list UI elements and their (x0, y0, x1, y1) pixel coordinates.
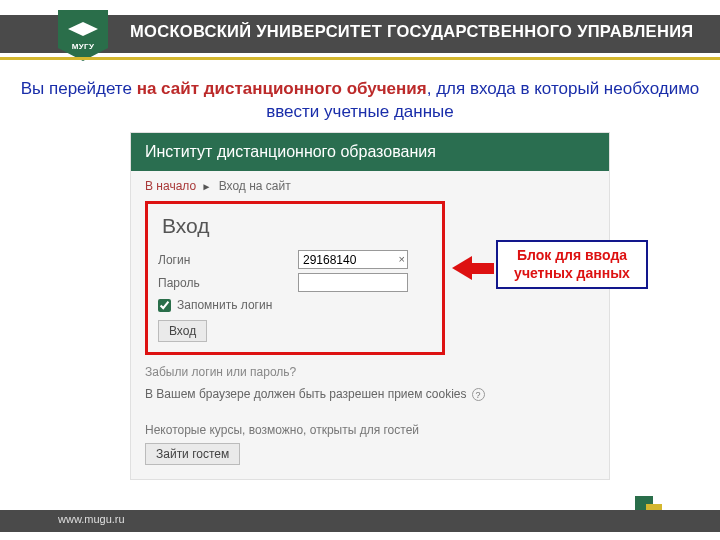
breadcrumb-sep: ► (201, 181, 211, 192)
footer-bar: www.mugu.ru (0, 510, 720, 532)
remember-label: Запомнить логин (177, 298, 272, 312)
login-button[interactable]: Вход (158, 320, 207, 342)
guest-text: Некоторые курсы, возможно, открыты для г… (145, 423, 595, 437)
login-heading: Вход (162, 214, 432, 238)
password-label: Пароль (158, 276, 298, 290)
logo-text: МУГУ (58, 42, 108, 51)
header-title: МОСКОВСКИЙ УНИВЕРСИТЕТ ГОСУДАРСТВЕННОГО … (130, 22, 693, 41)
panel-title: Институт дистанционного образования (131, 133, 609, 171)
guest-button[interactable]: Зайти гостем (145, 443, 240, 465)
breadcrumb: В начало ► Вход на сайт (145, 179, 595, 193)
instruction-text: Вы перейдете на сайт дистанционного обуч… (0, 78, 720, 124)
forgot-link[interactable]: Забыли логин или пароль? (145, 365, 296, 379)
header-accent-line (0, 57, 720, 60)
remember-checkbox[interactable] (158, 299, 171, 312)
login-input[interactable] (298, 250, 408, 269)
breadcrumb-home[interactable]: В начало (145, 179, 196, 193)
breadcrumb-current: Вход на сайт (219, 179, 291, 193)
clear-icon[interactable]: × (399, 251, 405, 268)
cookies-note: В Вашем браузере должен быть разрешен пр… (145, 387, 595, 401)
callout-box: Блок для ввода учетных данных (496, 240, 648, 289)
arrow-icon (452, 256, 494, 280)
password-input[interactable] (298, 273, 408, 292)
login-form-highlight: Вход Логин × Пароль Запомнить логин Вход (145, 201, 445, 355)
help-icon[interactable]: ? (472, 388, 485, 401)
login-panel: Институт дистанционного образования В на… (130, 132, 610, 480)
footer-url: www.mugu.ru (58, 513, 125, 525)
login-label: Логин (158, 253, 298, 267)
logo: МУГУ (58, 10, 108, 60)
header-bar: МОСКОВСКИЙ УНИВЕРСИТЕТ ГОСУДАРСТВЕННОГО … (0, 15, 720, 53)
